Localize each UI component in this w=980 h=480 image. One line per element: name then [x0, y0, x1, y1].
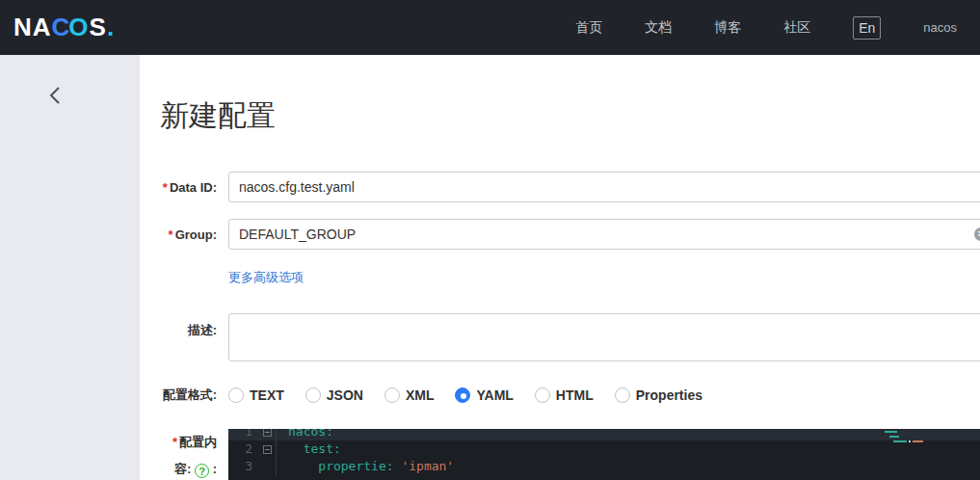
radio-circle-icon: [455, 387, 470, 403]
data-id-input[interactable]: [228, 172, 980, 202]
content-label: *配置内容: ? :: [160, 429, 217, 480]
format-label: 配置格式:: [160, 387, 217, 403]
editor-content: 1 − nacos: 2 − test: 3: [228, 429, 980, 475]
chevron-left-icon: [44, 84, 67, 107]
radio-properties[interactable]: Properties: [615, 387, 702, 403]
data-id-label: *Data ID:: [160, 179, 217, 196]
left-sidebar: [0, 55, 140, 480]
new-config-form: *Data ID: *Group: ✕ 更多高: [160, 172, 980, 480]
yaml-key: propertie:: [288, 459, 394, 473]
radio-circle-icon: [384, 387, 400, 403]
required-asterisk: *: [172, 435, 177, 449]
radio-json[interactable]: JSON: [305, 387, 363, 403]
navbar-menu: 首页 文档 博客 社区 En nacos: [575, 16, 957, 40]
logo-text: .: [107, 13, 115, 42]
language-toggle-button[interactable]: En: [853, 16, 881, 40]
fold-spacer: [259, 458, 276, 475]
editor-minimap[interactable]: [885, 431, 923, 445]
nav-item-home[interactable]: 首页: [575, 19, 602, 37]
nav-item-docs[interactable]: 文档: [645, 19, 672, 37]
top-navbar: NACOS. 首页 文档 博客 社区 En nacos: [0, 0, 980, 55]
code-editor[interactable]: 1 − nacos: 2 − test: 3: [228, 429, 980, 480]
nacos-logo[interactable]: NACOS.: [13, 13, 115, 42]
radio-circle-icon: [535, 387, 550, 403]
description-textarea[interactable]: [228, 313, 980, 361]
group-label: *Group:: [160, 227, 217, 243]
fold-minus-icon: −: [263, 429, 272, 437]
radio-circle-icon: [228, 387, 244, 403]
radio-yaml-selected[interactable]: YAML: [455, 387, 513, 403]
page-title: 新建配置: [160, 96, 980, 136]
radio-text[interactable]: TEXT: [228, 387, 284, 403]
current-user[interactable]: nacos: [923, 20, 957, 35]
help-icon[interactable]: ?: [195, 464, 209, 478]
logo-text: S: [90, 13, 107, 42]
fold-toggle[interactable]: −: [259, 429, 276, 440]
radio-circle-icon: [615, 387, 630, 403]
logo-text: NA: [13, 13, 52, 42]
logo-text: O: [68, 13, 89, 42]
editor-line[interactable]: 3 propertie: 'ipman': [228, 458, 980, 475]
nav-item-blog[interactable]: 博客: [714, 19, 741, 37]
format-radio-group: TEXT JSON XML YAML: [228, 387, 980, 403]
radio-xml[interactable]: XML: [384, 387, 435, 403]
back-button[interactable]: [44, 84, 67, 107]
description-label: 描述:: [160, 313, 217, 338]
nav-item-community[interactable]: 社区: [783, 19, 810, 37]
yaml-value: 'ipman': [394, 459, 455, 473]
editor-line[interactable]: 2 − test:: [228, 440, 980, 458]
editor-line[interactable]: 1 − nacos:: [228, 429, 980, 440]
line-number: 3: [228, 458, 259, 475]
required-asterisk: *: [163, 180, 168, 195]
line-number: 2: [228, 440, 259, 458]
radio-html[interactable]: HTML: [535, 387, 594, 403]
required-asterisk: *: [169, 227, 173, 242]
yaml-key: test:: [288, 441, 341, 456]
group-input[interactable]: [228, 219, 980, 250]
yaml-key: nacos:: [288, 429, 333, 439]
more-advanced-options-link[interactable]: 更多高级选项: [228, 270, 304, 284]
fold-minus-icon: −: [263, 445, 272, 454]
radio-circle-icon: [305, 387, 321, 403]
main-content: 新建配置 *Data ID: *Group: ✕: [140, 55, 980, 480]
line-number: 1: [228, 429, 259, 440]
fold-toggle[interactable]: −: [259, 440, 276, 458]
